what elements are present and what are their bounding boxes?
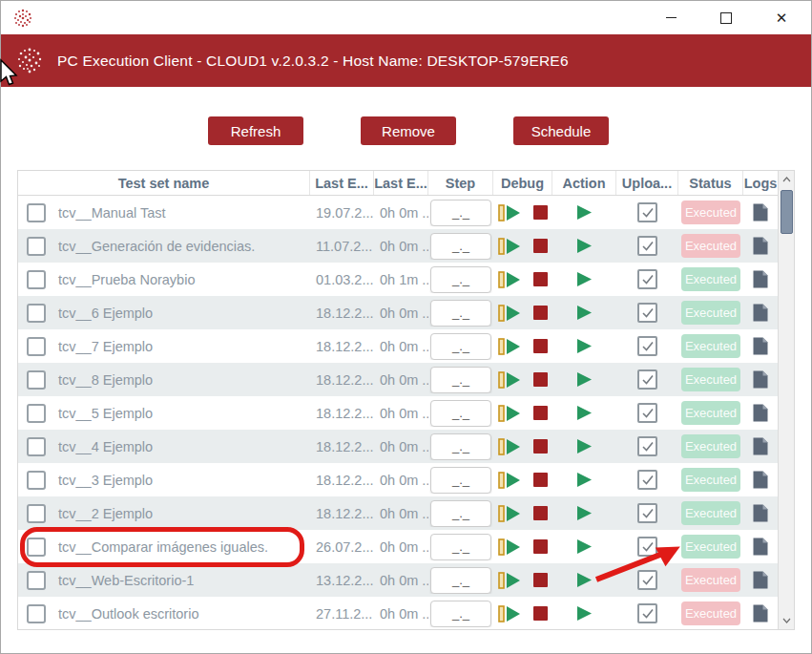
debug-play-icon[interactable]: [498, 338, 521, 355]
minimize-button[interactable]: [643, 2, 698, 33]
row-select-checkbox[interactable]: [27, 571, 46, 590]
maximize-button[interactable]: [698, 2, 754, 33]
table-row[interactable]: tcv__6 Ejemplo 18.12.2... 0h 0m ...: [18, 296, 778, 329]
log-document-icon[interactable]: [753, 304, 768, 322]
stop-icon[interactable]: [533, 339, 548, 353]
run-play-icon[interactable]: [576, 204, 593, 221]
header-action[interactable]: Action: [552, 171, 616, 195]
step-input[interactable]: [430, 433, 491, 460]
log-document-icon[interactable]: [753, 203, 768, 222]
stop-icon[interactable]: [533, 205, 548, 220]
step-input[interactable]: [430, 467, 491, 494]
scrollbar-up-button[interactable]: [779, 171, 794, 188]
stop-icon[interactable]: [533, 473, 548, 487]
upload-checkbox[interactable]: [637, 470, 657, 490]
log-document-icon[interactable]: [753, 337, 768, 355]
table-row[interactable]: tcv__8 Ejemplo 18.12.2... 0h 0m ...: [18, 363, 778, 396]
run-play-icon[interactable]: [576, 572, 593, 588]
step-input[interactable]: [430, 300, 491, 327]
log-document-icon[interactable]: [753, 504, 768, 522]
table-row[interactable]: tcv__7 Ejemplo 18.12.2... 0h 0m ...: [18, 329, 778, 363]
stop-icon[interactable]: [533, 439, 548, 454]
log-document-icon[interactable]: [753, 237, 768, 255]
table-row[interactable]: tcv__3 Ejemplo 18.12.2... 0h 0m ...: [18, 463, 778, 496]
debug-play-icon[interactable]: [498, 538, 521, 556]
debug-play-icon[interactable]: [498, 505, 521, 522]
step-input[interactable]: [430, 534, 491, 560]
stop-icon[interactable]: [533, 506, 548, 520]
table-row[interactable]: tcv__4 Ejemplo 18.12.2... 0h 0m ...: [18, 430, 778, 463]
header-upload[interactable]: Uploa...: [616, 171, 678, 195]
upload-checkbox[interactable]: [637, 503, 657, 523]
stop-icon[interactable]: [533, 406, 548, 420]
stop-icon[interactable]: [533, 573, 548, 587]
run-play-icon[interactable]: [576, 438, 593, 454]
debug-play-icon[interactable]: [498, 305, 521, 322]
run-play-icon[interactable]: [576, 371, 593, 388]
header-last-duration[interactable]: Last E...: [374, 171, 428, 195]
table-row[interactable]: tcv__Comparar imágenes iguales. 26.07.2.…: [18, 530, 778, 563]
step-input[interactable]: [430, 333, 491, 360]
row-select-checkbox[interactable]: [27, 604, 46, 623]
log-document-icon[interactable]: [753, 571, 768, 589]
table-row[interactable]: tcv__Web-Escritorio-1 13.12.2... 0h 0m .…: [18, 563, 778, 597]
debug-play-icon[interactable]: [498, 472, 521, 489]
row-select-checkbox[interactable]: [27, 270, 46, 289]
table-row[interactable]: tcv__Generación de evidencias. 11.07.2..…: [18, 229, 778, 263]
scrollbar-thumb[interactable]: [781, 190, 793, 234]
log-document-icon[interactable]: [753, 404, 768, 422]
row-select-checkbox[interactable]: [27, 237, 46, 256]
debug-play-icon[interactable]: [498, 438, 521, 455]
row-select-checkbox[interactable]: [27, 437, 46, 456]
log-document-icon[interactable]: [753, 437, 768, 455]
run-play-icon[interactable]: [576, 605, 593, 622]
upload-checkbox[interactable]: [637, 269, 657, 289]
upload-checkbox[interactable]: [637, 369, 657, 390]
close-button[interactable]: ✕: [754, 2, 809, 33]
upload-checkbox[interactable]: [637, 436, 657, 456]
run-play-icon[interactable]: [576, 472, 593, 488]
row-select-checkbox[interactable]: [27, 504, 46, 523]
run-play-icon[interactable]: [576, 405, 593, 421]
table-row[interactable]: tcv__Outlook escritorio 27.11.2... 0h 0m…: [18, 597, 778, 629]
step-input[interactable]: [430, 567, 491, 594]
vertical-scrollbar[interactable]: [778, 171, 794, 629]
stop-icon[interactable]: [533, 606, 548, 621]
debug-play-icon[interactable]: [498, 605, 521, 622]
stop-icon[interactable]: [533, 272, 548, 286]
log-document-icon[interactable]: [753, 270, 768, 288]
stop-icon[interactable]: [533, 239, 548, 253]
row-select-checkbox[interactable]: [27, 203, 46, 222]
row-select-checkbox[interactable]: [27, 538, 46, 557]
upload-checkbox[interactable]: [637, 303, 657, 323]
run-play-icon[interactable]: [576, 305, 593, 321]
log-document-icon[interactable]: [753, 538, 768, 556]
header-status[interactable]: Status: [678, 171, 743, 195]
debug-play-icon[interactable]: [498, 405, 521, 422]
row-select-checkbox[interactable]: [27, 404, 46, 423]
header-test-set-name[interactable]: Test set name: [18, 171, 310, 195]
upload-checkbox[interactable]: [637, 570, 657, 590]
upload-checkbox[interactable]: [637, 603, 657, 623]
stop-icon[interactable]: [533, 306, 548, 320]
upload-checkbox[interactable]: [637, 336, 657, 356]
step-input[interactable]: [430, 500, 491, 527]
run-play-icon[interactable]: [576, 538, 593, 555]
debug-play-icon[interactable]: [498, 204, 521, 222]
step-input[interactable]: [430, 200, 491, 226]
header-last-execution[interactable]: Last E...: [310, 171, 374, 195]
upload-checkbox[interactable]: [637, 236, 657, 256]
log-document-icon[interactable]: [753, 370, 768, 389]
table-row[interactable]: tcv__2 Ejemplo 18.12.2... 0h 0m ...: [18, 496, 778, 530]
debug-play-icon[interactable]: [498, 238, 521, 255]
table-row[interactable]: tcv__5 Ejemplo 18.12.2... 0h 0m ...: [18, 396, 778, 430]
run-play-icon[interactable]: [576, 271, 593, 287]
refresh-button[interactable]: Refresh: [208, 116, 303, 145]
upload-checkbox[interactable]: [637, 202, 657, 222]
scrollbar-down-button[interactable]: [779, 612, 794, 629]
step-input[interactable]: [430, 233, 491, 260]
upload-checkbox[interactable]: [637, 537, 657, 557]
debug-play-icon[interactable]: [498, 271, 521, 288]
log-document-icon[interactable]: [753, 604, 768, 622]
run-play-icon[interactable]: [576, 505, 593, 521]
